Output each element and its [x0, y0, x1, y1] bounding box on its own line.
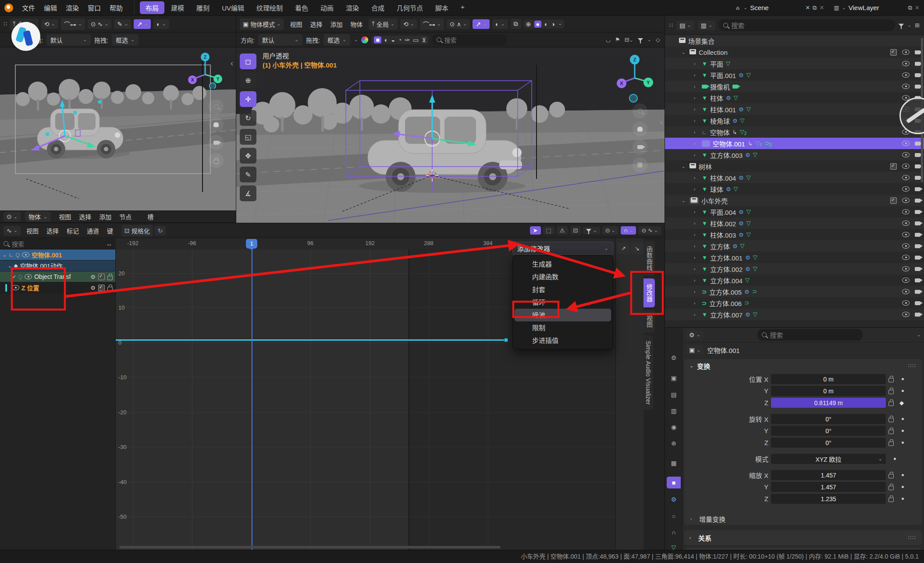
topbar-menu[interactable]: 帮助	[105, 2, 127, 14]
delete-viewlayer-icon[interactable]: ✕	[915, 4, 920, 11]
hide-eye-icon[interactable]	[902, 243, 910, 249]
animate-dot-icon[interactable]	[902, 390, 904, 392]
outliner-row[interactable]: › ∟ 空物体.001 ↳ ▽9 ⊃2	[665, 138, 924, 149]
scale-tool[interactable]: ◱	[240, 129, 256, 145]
hide-eye-icon[interactable]	[902, 255, 910, 260]
mask-icon-1[interactable]: ◐	[384, 36, 388, 43]
viewport-menu[interactable]: 添加	[327, 18, 346, 30]
disable-render-icon[interactable]	[915, 164, 920, 168]
paste-modifier-icon[interactable]: ↘	[631, 242, 643, 254]
lock-view-icon[interactable]	[209, 153, 224, 168]
properties-tab[interactable]: ■	[667, 477, 681, 488]
normalize-view-icon[interactable]: ⊡	[570, 226, 581, 235]
disable-render-icon[interactable]	[915, 62, 920, 66]
value-field[interactable]: 1.457	[771, 482, 886, 492]
main-3d-viewport[interactable]: 用户透视 (1) 小车外壳 | 空物体.001 ◻ ⊕ ✛ ↻ ◱ ✥ ✎ ∡ …	[236, 47, 665, 223]
outliner-row[interactable]: ⌄ Collection	[665, 46, 924, 58]
workspace-tab[interactable]: 布局	[140, 1, 164, 14]
properties-tab[interactable]: ⚙	[667, 493, 681, 505]
graph-menu[interactable]: 通道	[83, 225, 103, 236]
box-select-icon[interactable]: ⬚	[543, 226, 554, 235]
navigation-gizmo-small[interactable]: Z X Y	[186, 51, 224, 89]
editor-type-button[interactable]: ⊙⌄	[4, 212, 21, 221]
rotate-tool[interactable]: ↻	[240, 110, 256, 126]
lock-icon[interactable]	[888, 390, 894, 394]
outliner-row[interactable]: 场景集合	[665, 35, 924, 46]
disable-render-icon[interactable]	[915, 244, 920, 248]
lock-icon[interactable]	[107, 276, 113, 280]
outliner-row[interactable]: › ▼ 立方体.002 ⚙ ▽	[665, 263, 924, 274]
slot-label[interactable]: 槽	[147, 212, 153, 221]
sidebar-tab[interactable]: 修改器	[643, 278, 655, 307]
editor-type-button[interactable]: ∿⌄	[4, 226, 21, 235]
hide-eye-icon[interactable]	[902, 221, 910, 226]
value-field[interactable]: XYZ 欧拉⌄	[771, 454, 886, 464]
lock-icon[interactable]	[888, 378, 894, 382]
disable-render-icon[interactable]	[915, 267, 920, 271]
channel-search-input[interactable]: 搜索 ↔	[0, 238, 116, 249]
value-field[interactable]: 1.235	[771, 494, 886, 504]
graph-channel-row[interactable]: ✓ Object Transf ⚙	[0, 271, 115, 282]
matcap-sphere-icon[interactable]	[361, 36, 368, 43]
filter-funnel-icon[interactable]	[899, 24, 904, 27]
modifier-menu-item[interactable]: 限制	[515, 321, 611, 334]
hide-eye-icon[interactable]	[902, 278, 910, 283]
add-modifier-button[interactable]: 添加修改器 ⌄	[512, 242, 613, 255]
scene-icon[interactable]: 🜁	[735, 4, 741, 11]
copy-viewlayer-icon[interactable]: ⧉	[908, 4, 912, 11]
hide-eye-icon[interactable]	[902, 232, 910, 237]
outliner-row[interactable]: › ▼ 立方体.001 ⚙ ▽	[665, 252, 924, 263]
camera-view-icon[interactable]	[209, 135, 224, 150]
expand-collapse-icon[interactable]: ↔	[106, 240, 112, 247]
boolean-icon[interactable]: ⊻	[422, 36, 426, 43]
pivot-point-button[interactable]: ⟲⌄	[41, 19, 58, 29]
hide-eye-icon[interactable]	[902, 152, 910, 157]
keyframe-handle[interactable]	[504, 338, 508, 342]
lock-icon[interactable]	[888, 498, 894, 502]
hide-eye-icon[interactable]	[902, 61, 910, 66]
sidebar-tab[interactable]: Simple Audio Visualizer	[643, 335, 653, 410]
value-field[interactable]: 1.457	[771, 470, 886, 480]
snap-magnet-icon[interactable]: ∩⌄	[621, 226, 636, 235]
hide-eye-icon[interactable]	[902, 72, 910, 78]
new-collection-icon[interactable]: ⊞	[915, 22, 920, 29]
viewport-menu[interactable]: 视图	[286, 18, 306, 30]
shield-icon[interactable]: ◇	[656, 36, 660, 43]
snap-button-main[interactable]: ⌒⊶⌄	[420, 18, 444, 30]
outliner-row[interactable]: › ⊃ 立方体.006 ⊃	[665, 297, 924, 309]
snap-magnet-button[interactable]: ↗⌄	[473, 19, 490, 29]
pivot-point-button-main[interactable]: ⟲⌄	[400, 19, 417, 29]
exclude-checkbox[interactable]	[890, 163, 897, 170]
move-tool[interactable]: ✛	[240, 91, 256, 107]
overlays-button[interactable]: ◐⌄	[153, 19, 169, 29]
graph-menu[interactable]: 视图	[22, 225, 43, 236]
disable-render-icon[interactable]	[915, 256, 920, 260]
pin-icon[interactable]: ✕	[805, 4, 810, 11]
pivot-icon[interactable]: ⊙⌄	[602, 226, 618, 235]
collapse-arrow-icon[interactable]: ‹	[231, 59, 233, 68]
outliner-row[interactable]: › ▼ 立方体.003 ⚙ ▽	[665, 149, 924, 160]
animate-dot-icon[interactable]	[902, 486, 904, 488]
properties-tab[interactable]: ▥	[667, 405, 681, 417]
shading-mode-switch[interactable]: ⊕ ● ◐ ◑ ⌄	[524, 20, 564, 29]
hide-eye-icon[interactable]	[902, 266, 910, 271]
display-mode-icon[interactable]: ⊟⌄	[625, 36, 633, 43]
cursor-tool[interactable]: ⊕	[240, 72, 256, 88]
exclude-checkbox[interactable]	[890, 49, 897, 56]
disable-render-icon[interactable]	[915, 73, 920, 77]
shader-menu[interactable]: 节点	[116, 211, 135, 222]
disable-render-icon[interactable]	[915, 187, 920, 191]
workspace-tab[interactable]: 雕刻	[191, 1, 215, 14]
disable-render-icon[interactable]	[915, 210, 920, 214]
object-icon[interactable]: ▣⌄	[686, 345, 704, 355]
workspace-tab[interactable]: 建模	[165, 1, 190, 14]
scene-name[interactable]: Scene	[750, 4, 803, 11]
outliner-row[interactable]: › ▼ 棱角球 ⚙ ▽	[665, 115, 924, 126]
eye-icon[interactable]	[25, 274, 32, 279]
outliner-row[interactable]: › ▼ 立方体.004 ▽	[665, 274, 924, 286]
outliner-row[interactable]: › ▼ 立方体 ⚙ ▽	[665, 240, 924, 252]
transform-panel-header[interactable]: ⌄变换 ∷∷	[684, 359, 922, 372]
hide-eye-icon[interactable]	[902, 209, 910, 214]
measure-tool[interactable]: ∡	[240, 185, 256, 201]
outliner-row[interactable]: › 摄像机	[665, 81, 924, 92]
